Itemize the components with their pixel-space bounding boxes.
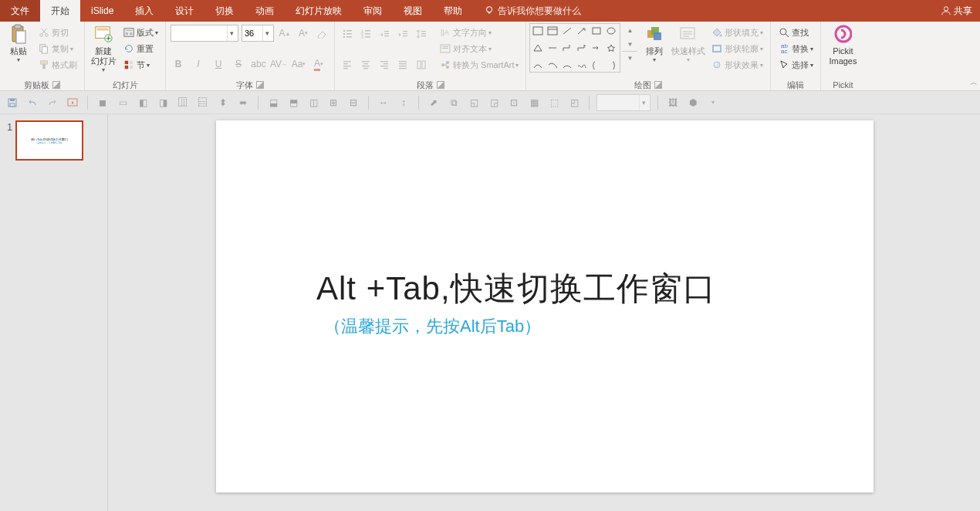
- tab-file[interactable]: 文件: [0, 0, 40, 22]
- qat-icon-16[interactable]: ⬈: [426, 95, 441, 110]
- shape-brace2-icon[interactable]: [605, 59, 617, 70]
- decrease-indent-button[interactable]: [377, 25, 392, 41]
- underline-button[interactable]: U: [211, 56, 226, 72]
- qat-icon-21[interactable]: ▦: [526, 95, 542, 110]
- shape-arrow-icon[interactable]: [576, 25, 588, 36]
- increase-font-button[interactable]: A▲: [277, 25, 292, 41]
- shapes-gallery[interactable]: [529, 23, 620, 73]
- qat-icon-5[interactable]: ⿲: [175, 95, 191, 110]
- increase-indent-button[interactable]: [395, 25, 411, 41]
- qat-icon-3[interactable]: ◧: [135, 95, 150, 110]
- shape-rect2-icon[interactable]: [546, 25, 559, 36]
- shape-effects-button[interactable]: 形状效果▾: [708, 57, 765, 73]
- find-button[interactable]: 查找: [776, 25, 816, 40]
- qat-icon-15[interactable]: ↕: [396, 95, 411, 110]
- start-show-button[interactable]: [65, 95, 80, 110]
- shape-star-icon[interactable]: [605, 42, 617, 53]
- slide-subtitle-text[interactable]: （温馨提示，先按Alt后Tab）: [316, 315, 779, 338]
- gallery-down-icon[interactable]: ▼: [622, 37, 637, 51]
- layout-button[interactable]: 版式▾: [120, 25, 161, 40]
- dialog-launcher-icon[interactable]: [654, 81, 662, 89]
- slide-panel[interactable]: 1 Alt +Tab,快速切换工作窗口 （温馨提示，先按Alt后Tab）: [0, 114, 108, 511]
- qat-icon-11[interactable]: ◫: [306, 95, 321, 110]
- font-family-input[interactable]: [171, 29, 227, 38]
- qat-icon-24[interactable]: 🖼: [665, 95, 681, 110]
- qat-icon-13[interactable]: ⊟: [346, 95, 361, 110]
- font-size-combo[interactable]: ▾: [242, 25, 274, 42]
- italic-button[interactable]: I: [191, 56, 206, 72]
- qat-icon-22[interactable]: ⬚: [546, 95, 562, 110]
- arrange-button[interactable]: 排列 ▾: [640, 23, 668, 76]
- char-spacing-button[interactable]: AV↔: [271, 56, 286, 72]
- dialog-launcher-icon[interactable]: [437, 81, 444, 89]
- align-right-button[interactable]: [377, 56, 392, 72]
- shape-curve-icon[interactable]: [532, 59, 544, 70]
- format-painter-button[interactable]: 格式刷: [35, 57, 79, 73]
- gallery-more-icon[interactable]: ▼: [622, 51, 637, 65]
- customize-qat-button[interactable]: ▾: [705, 95, 721, 110]
- change-case-button[interactable]: Aa▾: [291, 56, 306, 72]
- shape-outline-button[interactable]: 形状轮廓▾: [708, 41, 765, 56]
- qat-icon-18[interactable]: ◱: [466, 95, 482, 110]
- qat-icon-17[interactable]: ⧉: [446, 95, 461, 110]
- gallery-up-icon[interactable]: ▲: [622, 23, 637, 37]
- slide-title-text[interactable]: Alt +Tab,快速切换工作窗口: [316, 267, 779, 310]
- current-slide[interactable]: Alt +Tab,快速切换工作窗口 （温馨提示，先按Alt后Tab）: [216, 120, 874, 492]
- shape-rect3-icon[interactable]: [590, 25, 603, 36]
- qat-combo[interactable]: ▾: [596, 94, 651, 111]
- shape-elbow2-icon[interactable]: [576, 42, 588, 53]
- shape-brace-icon[interactable]: [590, 59, 603, 70]
- qat-icon-14[interactable]: ↔: [376, 95, 391, 110]
- tab-review[interactable]: 审阅: [353, 0, 393, 22]
- paste-button[interactable]: 粘贴 ▾: [5, 23, 32, 76]
- qat-icon-2[interactable]: ▭: [115, 95, 130, 110]
- tab-slideshow[interactable]: 幻灯片放映: [285, 0, 353, 22]
- align-text-button[interactable]: 对齐文本▾: [437, 41, 521, 56]
- shape-line-icon[interactable]: [561, 25, 573, 36]
- smartart-button[interactable]: 转换为 SmartArt▾: [437, 57, 521, 73]
- qat-icon-19[interactable]: ◲: [486, 95, 502, 110]
- reset-button[interactable]: 重置: [120, 41, 161, 56]
- align-center-button[interactable]: [358, 56, 373, 72]
- new-slide-button[interactable]: 新建 幻灯片 ▾: [90, 23, 117, 76]
- redo-button[interactable]: [45, 95, 60, 110]
- qat-icon-1[interactable]: ◼: [95, 95, 110, 110]
- pickit-images-button[interactable]: Pickit Images: [826, 23, 860, 76]
- shape-lineh-icon[interactable]: [546, 42, 559, 53]
- save-button[interactable]: [5, 95, 20, 110]
- dialog-launcher-icon[interactable]: [52, 81, 60, 89]
- replace-button[interactable]: abac替换▾: [776, 41, 816, 56]
- qat-icon-7[interactable]: ⬍: [215, 95, 231, 110]
- strikethrough-button[interactable]: S: [231, 56, 246, 72]
- align-left-button[interactable]: [340, 56, 355, 72]
- qat-icon-9[interactable]: ⬓: [265, 95, 281, 110]
- qat-icon-10[interactable]: ⬒: [286, 95, 301, 110]
- shape-oval-icon[interactable]: [605, 25, 617, 36]
- justify-button[interactable]: [395, 56, 411, 72]
- undo-button[interactable]: [25, 95, 40, 110]
- qat-icon-6[interactable]: ⿳: [195, 95, 211, 110]
- shape-scribble-icon[interactable]: [576, 59, 588, 70]
- numbering-button[interactable]: 123: [358, 25, 373, 41]
- tab-transition[interactable]: 切换: [204, 0, 245, 22]
- select-button[interactable]: 选择▾: [776, 57, 816, 73]
- bold-button[interactable]: B: [171, 56, 186, 72]
- tab-animation[interactable]: 动画: [245, 0, 285, 22]
- slide-canvas[interactable]: Alt +Tab,快速切换工作窗口 （温馨提示，先按Alt后Tab）: [108, 114, 980, 511]
- qat-icon-23[interactable]: ◰: [566, 95, 582, 110]
- shape-arc-icon[interactable]: [561, 59, 573, 70]
- tab-insert[interactable]: 插入: [124, 0, 164, 22]
- shape-tri-icon[interactable]: [532, 42, 544, 53]
- qat-icon-8[interactable]: ⬌: [235, 95, 251, 110]
- cut-button[interactable]: 剪切: [35, 25, 79, 40]
- copy-button[interactable]: 复制▾: [35, 41, 79, 56]
- shape-rect-icon[interactable]: [532, 25, 544, 36]
- decrease-font-button[interactable]: A▾: [296, 25, 311, 41]
- tell-me[interactable]: 告诉我你想要做什么: [484, 5, 581, 18]
- clear-format-button[interactable]: [314, 25, 329, 41]
- tab-view[interactable]: 视图: [393, 0, 433, 22]
- share-button[interactable]: 共享: [941, 5, 972, 18]
- font-size-input[interactable]: [242, 29, 262, 38]
- line-spacing-button[interactable]: [414, 25, 429, 41]
- shape-arrowr-icon[interactable]: [590, 42, 603, 53]
